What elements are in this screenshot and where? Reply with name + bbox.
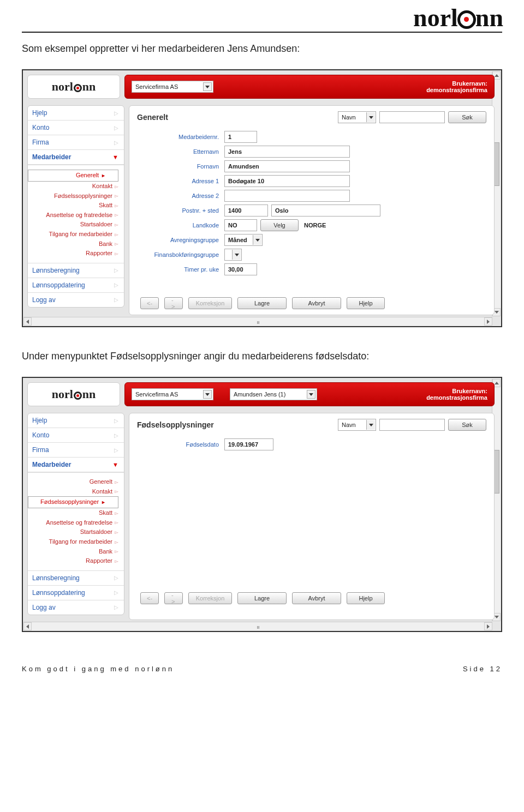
avbryt-button[interactable]: Avbryt xyxy=(292,297,341,309)
nav-konto-2[interactable]: Konto▷ xyxy=(28,428,124,443)
field-etternavn[interactable]: Jens xyxy=(224,146,350,158)
land-name: NORGE xyxy=(304,222,326,228)
subnav-kontakt-2[interactable]: Kontakt▻ xyxy=(28,487,118,497)
company-select-2[interactable]: Servicefirma AS xyxy=(132,388,213,400)
lagre-button-2[interactable]: Lagre xyxy=(237,592,287,604)
subnav-ansettelse-2[interactable]: Ansettelse og fratredelse▻ xyxy=(28,518,118,528)
field-fodselsdato[interactable]: 19.09.1967 xyxy=(224,438,273,450)
field-medarbeidernr[interactable]: 1 xyxy=(224,131,257,143)
subnav-bank[interactable]: Bank▻ xyxy=(28,239,118,249)
nav-konto[interactable]: Konto▷ xyxy=(28,121,124,135)
subnav-generelt[interactable]: Generelt► xyxy=(28,170,118,182)
footer-left: Kom godt i gang med norlønn xyxy=(22,665,174,673)
company-value: Servicefirma AS xyxy=(135,83,178,90)
subnav-2: Generelt▻ Kontakt▻ Fødselssopplysninger►… xyxy=(28,472,124,571)
velg-button[interactable]: Velg xyxy=(260,219,299,231)
subnav-fodsel-2[interactable]: Fødselssopplysninger► xyxy=(28,496,118,508)
user-info-2: Brukernavn: demonstrasjonsfirma xyxy=(426,388,487,401)
nav-medarbeider-2[interactable]: Medarbeider▼ xyxy=(28,458,124,472)
subnav: Generelt► Kontakt▻ Fødselssopplysninger▻… xyxy=(28,165,124,263)
search-button[interactable]: Søk xyxy=(448,111,486,123)
subnav-ansettelse[interactable]: Ansettelse og fratredelse▻ xyxy=(28,210,118,220)
avbryt-button-2[interactable]: Avbryt xyxy=(292,592,341,604)
subnav-startsaldoer[interactable]: Startsaldoer▻ xyxy=(28,220,118,230)
page-footer: Kom godt i gang med norlønn Side 12 xyxy=(22,665,502,673)
nav-lonnsberegning[interactable]: Lønnsberegning▷ xyxy=(28,263,124,278)
screenshot-generelt: ııı norlnn Servicefirma AS Brukernavn: d… xyxy=(22,69,502,327)
brand-logo-top: norlnn xyxy=(413,3,503,32)
subnav-fodsel[interactable]: Fødselssopplysninger▻ xyxy=(28,191,118,201)
panel-title-2: Fødselsopplysninger xyxy=(137,420,214,429)
prev-button[interactable]: <- xyxy=(140,297,159,309)
subnav-skatt-2[interactable]: Skatt▻ xyxy=(28,508,118,518)
search-type-select[interactable]: Navn xyxy=(338,111,376,123)
nav-loggav-2[interactable]: Logg av▷ xyxy=(28,600,124,615)
search-input[interactable] xyxy=(379,111,445,123)
nav-lonnsoppdatering[interactable]: Lønnsoppdatering▷ xyxy=(28,278,124,293)
nav-hjelp[interactable]: Hjelp▷ xyxy=(28,106,124,121)
next-button[interactable]: -> xyxy=(164,297,183,309)
hjelp-button-2[interactable]: Hjelp xyxy=(347,592,385,604)
hjelp-button[interactable]: Hjelp xyxy=(347,297,385,309)
nav-medarbeider[interactable]: Medarbeider▼ xyxy=(28,150,124,165)
company-select[interactable]: Servicefirma AS xyxy=(132,81,213,93)
lagre-button[interactable]: Lagre xyxy=(237,297,287,309)
prev-button-2[interactable]: <- xyxy=(140,592,159,604)
subnav-tilgang[interactable]: Tilgang for medarbeider▻ xyxy=(28,230,118,239)
subnav-rapporter-2[interactable]: Rapporter▻ xyxy=(28,556,118,566)
nav-firma[interactable]: Firma▷ xyxy=(28,135,124,150)
nav-hjelp-2[interactable]: Hjelp▷ xyxy=(28,413,124,428)
nav-loggav[interactable]: Logg av▷ xyxy=(28,293,124,307)
search-type-select-2[interactable]: Navn xyxy=(338,419,376,431)
subnav-rapporter[interactable]: Rapporter▻ xyxy=(28,249,118,258)
nav-lonnsoppdatering-2[interactable]: Lønnsoppdatering▷ xyxy=(28,586,124,600)
field-adresse1[interactable]: Bodøgate 10 xyxy=(224,175,350,187)
app-logo: norlnn xyxy=(27,75,120,99)
subnav-startsaldoer-2[interactable]: Startsaldoer▻ xyxy=(28,527,118,537)
field-sted[interactable]: Oslo xyxy=(271,204,380,216)
next-button-2[interactable]: -> xyxy=(164,592,183,604)
subnav-tilgang-2[interactable]: Tilgang for medarbeider▻ xyxy=(28,537,118,547)
panel-fodsel: Fødselsopplysninger Navn Søk Fødselsdato… xyxy=(129,413,495,620)
horizontal-scrollbar[interactable]: ııı xyxy=(23,317,492,326)
search-button-2[interactable]: Søk xyxy=(448,419,486,431)
nav-lonnsberegning-2[interactable]: Lønnsberegning▷ xyxy=(28,571,124,586)
subnav-generelt-2[interactable]: Generelt▻ xyxy=(28,477,118,487)
field-landkode[interactable]: NO xyxy=(224,219,257,231)
field-fornavn[interactable]: Amundsen xyxy=(224,160,350,172)
korreksjon-button-2[interactable]: Korreksjon xyxy=(188,592,232,604)
panel-generelt: Generelt Navn Søk Medarbeidernr.1 Ettern… xyxy=(129,105,495,315)
subnav-bank-2[interactable]: Bank▻ xyxy=(28,547,118,557)
paragraph-1: Som eksempel oppretter vi her medarbeide… xyxy=(22,41,502,56)
field-postnr[interactable]: 1400 xyxy=(224,204,268,216)
panel-title: Generelt xyxy=(137,113,168,122)
app-logo-2: norlnn xyxy=(27,382,120,406)
paragraph-2: Under menypunktet Fødselsopplysninger an… xyxy=(22,349,502,364)
field-adresse2[interactable] xyxy=(224,190,350,202)
nav-firma-2[interactable]: Firma▷ xyxy=(28,443,124,458)
subnav-kontakt[interactable]: Kontakt▻ xyxy=(28,182,118,191)
user-info: Brukernavn: demonstrasjonsfirma xyxy=(426,80,487,93)
header-bar-2: Servicefirma AS Amundsen Jens (1) Bruker… xyxy=(124,382,495,406)
field-timer[interactable]: 30,00 xyxy=(224,263,257,275)
horizontal-scrollbar-2[interactable]: ııı xyxy=(23,622,492,630)
field-finansgruppe[interactable] xyxy=(224,249,242,261)
person-select[interactable]: Amundsen Jens (1) xyxy=(230,388,317,400)
header-bar: Servicefirma AS Brukernavn: demonstrasjo… xyxy=(124,75,495,99)
footer-right: Side 12 xyxy=(463,665,502,673)
subnav-skatt[interactable]: Skatt▻ xyxy=(28,201,118,210)
search-input-2[interactable] xyxy=(379,419,445,431)
korreksjon-button[interactable]: Korreksjon xyxy=(188,297,232,309)
screenshot-fodsel: ııı norlnn Servicefirma AS Amundsen Jens… xyxy=(22,377,502,632)
field-avregningsgruppe[interactable]: Måned xyxy=(224,234,263,246)
